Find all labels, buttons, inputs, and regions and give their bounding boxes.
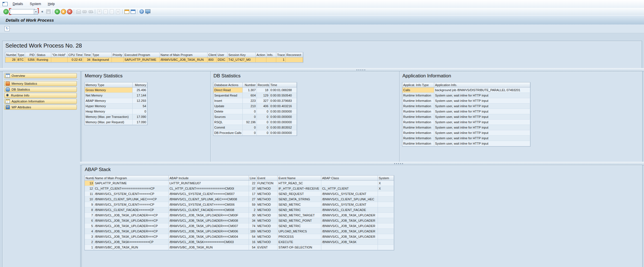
table-row[interactable]: Direct Read1.307180:00:01.088288 xyxy=(213,87,297,93)
table-row[interactable]: 13SAPLHTTP_RUNTIMELHTTP_RUNTIMEU0722FUNC… xyxy=(85,181,394,186)
table-row[interactable]: Sources000:00:00.000000 xyxy=(213,114,297,120)
sidebar-item-memory-statistics[interactable]: Memory Statistics xyxy=(4,81,77,86)
sidebar-item-overview[interactable]: Overview xyxy=(4,73,77,78)
sidebar-item-wp-attributes[interactable]: WP Attributes xyxy=(4,105,77,110)
table-row[interactable]: Sequential Read6041290:00:00.550540 xyxy=(213,93,297,98)
column-header[interactable]: Application Info. xyxy=(434,82,530,87)
column-header[interactable]: Time xyxy=(269,82,297,87)
table-row[interactable]: 4/BNWVS/CL_JOB_TASK_UPLOADER===CP/BNWVS/… xyxy=(85,229,394,234)
find-button[interactable] xyxy=(82,9,87,14)
first-page-button[interactable]: ⇈ xyxy=(97,9,102,14)
command-input[interactable] xyxy=(10,9,35,14)
exit-button[interactable]: ∧ xyxy=(61,9,66,14)
column-header[interactable]: Reconnect xyxy=(286,52,303,57)
table-row[interactable]: Runtime InformationSystem user, wait inl… xyxy=(402,130,530,136)
column-header[interactable]: "On Hold" xyxy=(51,52,68,57)
table-row[interactable]: Hyper Memory54 xyxy=(85,104,147,109)
refresh-button[interactable]: ↻ xyxy=(5,26,10,31)
column-header[interactable]: Executed Program xyxy=(124,52,160,57)
column-header[interactable]: Records xyxy=(257,82,269,87)
table-row[interactable]: Net Memory17.144 xyxy=(85,93,147,98)
table-row[interactable]: Runtime InformationSystem user, wait inl… xyxy=(402,109,530,114)
table-row[interactable]: Runtime InformationSystem user, wait inl… xyxy=(402,125,530,130)
command-dropdown-icon[interactable]: ▾ xyxy=(34,9,38,15)
table-row[interactable]: Delete000:00:00.000000 xyxy=(213,109,297,114)
table-row[interactable]: Commit000:00:00.803552 xyxy=(213,125,297,130)
column-header[interactable]: CPU Time xyxy=(68,52,83,57)
column-header[interactable]: Applicat. Info Type xyxy=(402,82,434,87)
column-header[interactable]: System xyxy=(378,176,394,180)
column-header[interactable]: Memory Type xyxy=(85,82,133,87)
column-header[interactable]: Action xyxy=(256,52,266,57)
sidebar-item-application-information[interactable]: Application Information xyxy=(4,99,77,104)
column-header[interactable]: Database Actions xyxy=(213,82,243,87)
last-page-button[interactable]: ⇊ xyxy=(115,9,121,14)
layout-menu-button[interactable] xyxy=(145,9,151,14)
column-header[interactable]: Session Key xyxy=(228,52,256,57)
column-header[interactable]: Number xyxy=(243,82,257,87)
column-header[interactable]: ABAP Include xyxy=(169,176,249,180)
table-row[interactable]: 28BTC5356Running0:22:4334BackgroundSAPLH… xyxy=(5,57,303,62)
table-row[interactable]: Update2104060:00:00.403216 xyxy=(213,104,297,109)
column-header[interactable]: Line xyxy=(249,176,257,180)
column-header[interactable]: Status xyxy=(36,52,51,57)
table-row[interactable]: DB Procedure Calls000:00:00.000000 xyxy=(213,130,297,136)
table-row[interactable]: Runtime InformationSystem user, wait inl… xyxy=(402,104,530,109)
previous-page-button[interactable]: ↑ xyxy=(103,9,108,14)
column-header[interactable]: Name of Main Program xyxy=(94,176,169,180)
column-header[interactable]: Info. xyxy=(266,52,276,57)
find-next-button[interactable]: + xyxy=(88,9,93,14)
column-header[interactable]: PID xyxy=(25,52,36,57)
table-row[interactable]: RSQL92.19600:00:00.000000 xyxy=(213,120,297,125)
cancel-button[interactable]: ✕ xyxy=(67,9,72,14)
column-header[interactable]: Memory xyxy=(133,82,147,87)
column-header[interactable]: Number xyxy=(85,176,94,180)
table-row[interactable]: Gross Memory25.496 xyxy=(85,87,147,93)
table-row[interactable]: Callsbackground job /BNWVS/DISTRIBUTE_PA… xyxy=(402,87,530,93)
table-row[interactable]: 5/BNWVS/CL_JOB_TASK_UPLOADER===CP/BNWVS/… xyxy=(85,223,394,229)
column-header[interactable]: Time xyxy=(83,52,92,57)
table-row[interactable]: 7/BNWVS/CL_JOB_TASK_UPLOADER===CP/BNWVS/… xyxy=(85,213,394,218)
new-session-button[interactable] xyxy=(124,9,130,14)
table-row[interactable]: 6/BNWVS/CL_JOB_TASK_UPLOADER===CP/BNWVS/… xyxy=(85,218,394,223)
column-header[interactable]: User xyxy=(217,52,228,57)
table-row[interactable]: 11/BNWVS/CL_SYSTEM_CLIENT======CP/BNWVS/… xyxy=(85,191,394,197)
menu-details[interactable]: Details xyxy=(9,1,26,6)
table-row[interactable]: ABAP Memory12.293 xyxy=(85,98,147,104)
column-header[interactable]: Trace xyxy=(276,52,286,57)
table-row[interactable]: Runtime InformationSystem user, wait inl… xyxy=(402,98,530,104)
help-button[interactable]: ? xyxy=(139,9,144,14)
table-row[interactable]: 1/BNWVS/BC_JOB_TASK_RUN/BNWVS/BC_JOB_TAS… xyxy=(85,245,394,250)
sap-window-icon[interactable] xyxy=(3,2,8,6)
table-row[interactable]: Insert2233270:00:00.379683 xyxy=(213,98,297,104)
shortcut-button[interactable] xyxy=(130,9,136,14)
table-row[interactable]: Memory (Max. per Request)17.090 xyxy=(85,120,147,125)
column-header[interactable]: Type xyxy=(17,52,25,57)
column-header[interactable]: Client xyxy=(208,52,217,57)
column-header[interactable]: Priority xyxy=(112,52,124,57)
table-row[interactable]: Runtime InformationSystem user, wait inl… xyxy=(402,120,530,125)
table-row[interactable]: 8/BNWVS/CL_CLIENT_FACADE======CP/BNWVS/C… xyxy=(85,207,394,213)
column-header[interactable]: ABAP Class xyxy=(321,176,378,180)
menu-system[interactable]: System xyxy=(26,1,44,6)
sidebar-item-db-statistics[interactable]: DB Statistics xyxy=(4,87,77,92)
column-header[interactable]: Type xyxy=(92,52,112,57)
table-row[interactable]: 10/BNWVS/CL_CLIENT_SPLUNK_HEC===CP/BNWVS… xyxy=(85,197,394,202)
table-row[interactable]: 2/BNWVS/CL_JOB_TASK===========CP/BNWVS/C… xyxy=(85,239,394,245)
table-row[interactable]: Runtime InformationSystem user, wait inl… xyxy=(402,141,530,146)
menu-help[interactable]: Help xyxy=(44,1,58,6)
column-header[interactable]: Event Name xyxy=(278,176,321,180)
table-row[interactable]: 12CL_HTTP_CLIENT================CPCL_HTT… xyxy=(85,186,394,191)
next-page-button[interactable]: ↓ xyxy=(109,9,115,14)
print-button[interactable] xyxy=(75,9,81,14)
table-row[interactable]: Memory (Max. per Transaction)17.090 xyxy=(85,114,147,120)
column-header[interactable]: Name of Main Program xyxy=(160,52,208,57)
table-row[interactable]: Runtime InformationSystem user, wait inl… xyxy=(402,136,530,141)
save-button[interactable] xyxy=(46,9,51,14)
table-row[interactable]: Heap Memory0 xyxy=(85,109,147,114)
table-row[interactable]: 9/BNWVS/CL_SYSTEM_CLIENT======CP/BNWVS/C… xyxy=(85,202,394,207)
sidebar-item-runtime-info[interactable]: ✱ Runtime Info xyxy=(4,93,77,98)
table-row[interactable]: Runtime InformationSystem user, wait inl… xyxy=(402,93,530,98)
enter-button[interactable]: ✓ xyxy=(3,9,9,14)
column-header[interactable]: Event xyxy=(257,176,278,180)
